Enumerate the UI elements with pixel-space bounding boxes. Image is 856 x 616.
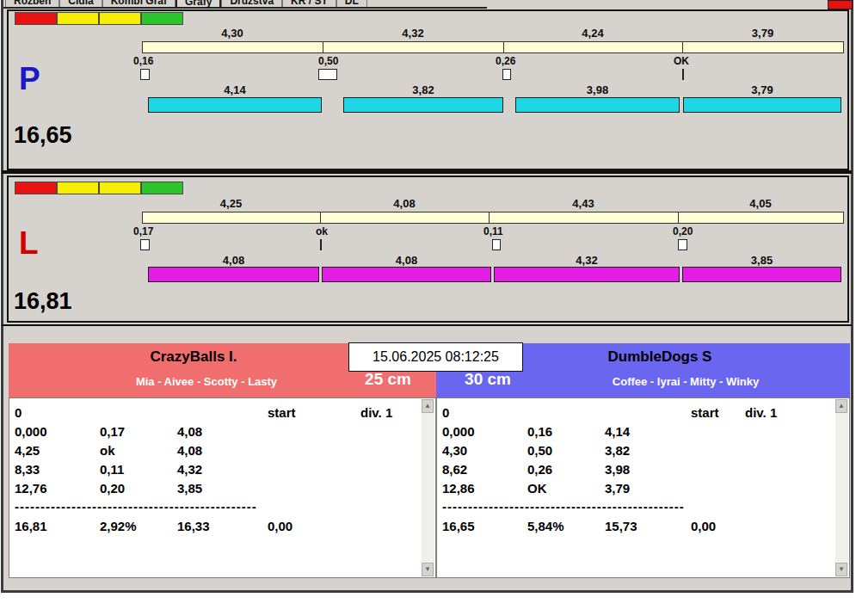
list-cell: 0,16 bbox=[527, 424, 552, 439]
lane-p-gross-time-2: 4,32 bbox=[323, 27, 503, 40]
lane-p-lap-bar-2 bbox=[343, 97, 503, 113]
lane-l-bar-tick-1 bbox=[320, 212, 321, 224]
team-left-dogs: Mia - Aivee - Scotty - Lasty bbox=[17, 375, 396, 388]
list-left-total-percent: 2,92% bbox=[100, 519, 137, 533]
lane-l-change-time-1: 0,17 bbox=[133, 225, 153, 237]
scroll-up-icon[interactable]: ▲ bbox=[422, 399, 434, 413]
lane-p-lap-time-1: 4,14 bbox=[148, 83, 322, 96]
lane-p-lap-time-2: 3,82 bbox=[343, 83, 503, 96]
lane-l-lap-bar-1 bbox=[148, 267, 319, 282]
panel-divider bbox=[2, 170, 852, 174]
lane-p-ok-mark bbox=[682, 69, 684, 80]
lane-p-light-yellow1-icon bbox=[57, 12, 99, 25]
list-cell: 0,20 bbox=[100, 481, 125, 496]
scroll-down-icon[interactable]: ▼ bbox=[835, 563, 847, 576]
lane-l-light-red-icon bbox=[15, 182, 57, 194]
lane-p-change-box-2 bbox=[318, 69, 337, 80]
team-right-name: DumbleDogs S bbox=[471, 348, 849, 366]
lane-l-light-yellow2-icon bbox=[99, 182, 141, 194]
list-cell: 4,25 bbox=[15, 443, 40, 458]
lane-l-total-time: 16,81 bbox=[14, 288, 72, 315]
lane-l-lap-bar-4 bbox=[682, 267, 841, 282]
lane-l-gross-time-2: 4,08 bbox=[320, 197, 489, 210]
lane-l-light-green-icon bbox=[141, 182, 183, 194]
flyball-timing-app: Rozbeh Cidla Kombi Graf Grafy Družstvá K… bbox=[0, 0, 856, 616]
list-left-total-start: 0,00 bbox=[268, 519, 293, 533]
lane-p-cumulative-bar bbox=[142, 41, 844, 53]
lane-l-letter: L bbox=[19, 225, 39, 262]
list-right-total-start: 0,00 bbox=[691, 519, 716, 533]
lane-l-lap-time-2: 4,08 bbox=[322, 254, 491, 267]
lane-p-bar-tick-1 bbox=[323, 41, 323, 53]
lane-p-change-time-2: 0,50 bbox=[318, 55, 338, 67]
lane-p-gross-time-1: 4,30 bbox=[142, 27, 323, 40]
lane-p-change-time-3: 0,26 bbox=[496, 55, 515, 67]
list-cell: 0,17 bbox=[100, 424, 125, 439]
lane-p-light-yellow2-icon bbox=[99, 12, 141, 25]
list-left-total-time: 16,81 bbox=[15, 519, 47, 533]
lane-l-lap-time-3: 4,32 bbox=[494, 254, 680, 267]
list-cell: 3,79 bbox=[605, 481, 630, 496]
lane-l-change-box-3 bbox=[492, 239, 501, 250]
list-left-separator: ----------------------------------------… bbox=[15, 499, 257, 513]
list-cell: 4,08 bbox=[177, 443, 202, 458]
tab-bar-underline bbox=[3, 7, 487, 9]
list-cell: 0,50 bbox=[527, 443, 552, 458]
team-right-dogs: Coffee - lyrai - Mitty - Winky bbox=[548, 375, 823, 388]
lane-p-light-red-icon bbox=[15, 12, 57, 25]
lane-l-gross-time-3: 4,43 bbox=[489, 197, 678, 210]
lane-p-lap-time-4: 3,79 bbox=[683, 83, 841, 96]
list-cell: 4,32 bbox=[177, 462, 202, 477]
lane-l-ok-mark bbox=[320, 239, 322, 250]
lane-p-light-green-icon bbox=[141, 12, 183, 25]
lane-l-gross-time-4: 4,05 bbox=[678, 197, 843, 210]
list-right-scrollbar[interactable]: ▲ ▼ bbox=[835, 399, 848, 576]
lane-l-change-box-1 bbox=[140, 239, 150, 250]
section-divider bbox=[2, 324, 852, 326]
scroll-up-icon[interactable]: ▲ bbox=[835, 399, 847, 413]
date-time-display: 15.06.2025 08:12:25 bbox=[348, 342, 523, 372]
list-cell: 12,86 bbox=[442, 481, 475, 496]
list-left-total-clean: 16,33 bbox=[177, 519, 210, 533]
team-left-results-list[interactable]: 0 start div. 1 0,000 0,17 4,08 4,25 ok 4… bbox=[9, 397, 436, 578]
list-cell: 8,33 bbox=[15, 462, 40, 477]
scroll-down-icon[interactable]: ▼ bbox=[422, 563, 434, 576]
status-red-indicator bbox=[828, 0, 853, 9]
list-cell: OK bbox=[527, 481, 547, 496]
lane-l-bar-tick-2 bbox=[489, 212, 490, 224]
lane-l-lap-bar-3 bbox=[494, 267, 680, 282]
list-cell: 4,30 bbox=[442, 443, 467, 458]
lane-p-bar-tick-2 bbox=[503, 41, 504, 53]
lane-l-change-time-4: 0,20 bbox=[673, 225, 693, 237]
lane-p-panel: P 4,30 4,32 4,24 3,79 0,16 0,50 0,26 OK … bbox=[7, 9, 849, 170]
lane-p-total-time: 16,65 bbox=[14, 122, 72, 149]
team-right-results-list[interactable]: 0 start div. 1 0,000 0,16 4,14 4,30 0,50… bbox=[436, 397, 850, 578]
list-right-header-div: div. 1 bbox=[745, 405, 777, 420]
lane-p-lap-bar-4 bbox=[683, 97, 841, 113]
list-cell: 0,000 bbox=[15, 424, 47, 439]
lane-l-change-time-3: 0,11 bbox=[483, 225, 503, 237]
lane-l-lap-time-1: 4,08 bbox=[148, 254, 319, 267]
lane-p-change-box-3 bbox=[502, 69, 511, 80]
list-right-header-start: start bbox=[691, 405, 719, 420]
list-cell: 3,85 bbox=[177, 481, 202, 496]
lane-l-bar-tick-3 bbox=[678, 212, 679, 224]
lane-l-lap-bar-2 bbox=[322, 267, 491, 282]
list-left-header-div: div. 1 bbox=[360, 405, 392, 420]
list-right-header-zero: 0 bbox=[442, 405, 449, 420]
lane-l-change-box-4 bbox=[678, 239, 687, 250]
lane-p-bar-tick-3 bbox=[682, 41, 683, 53]
lane-p-change-time-1: 0,16 bbox=[133, 55, 153, 67]
list-cell: 4,08 bbox=[177, 424, 202, 439]
tab-grafy[interactable]: Grafy bbox=[176, 0, 221, 9]
list-cell: 3,98 bbox=[605, 462, 630, 477]
lane-l-gross-time-1: 4,25 bbox=[142, 197, 320, 210]
team-left-name: CrazyBalls I. bbox=[9, 348, 379, 366]
list-left-scrollbar[interactable]: ▲ ▼ bbox=[422, 399, 434, 576]
window-border-right bbox=[851, 0, 853, 593]
list-right-separator: ----------------------------------------… bbox=[442, 499, 685, 513]
lane-p-gross-time-4: 3,79 bbox=[682, 27, 843, 40]
list-left-header-start: start bbox=[268, 405, 296, 420]
tab-bar: Rozbeh Cidla Kombi Graf Grafy Družstvá K… bbox=[3, 0, 825, 9]
lane-p-lap-bar-1 bbox=[148, 97, 322, 113]
